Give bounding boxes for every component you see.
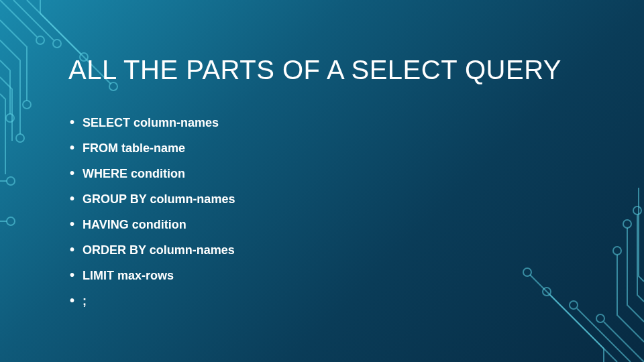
circuit-decoration-left: [0, 174, 27, 308]
svg-point-16: [633, 206, 641, 215]
bullet-icon: •: [70, 217, 74, 231]
list-item: • WHERE condition: [70, 166, 235, 181]
bullet-icon: •: [70, 268, 74, 282]
svg-point-12: [570, 301, 578, 309]
bullet-icon: •: [70, 192, 74, 205]
svg-point-3: [23, 101, 31, 109]
list-item: • ;: [70, 294, 235, 308]
svg-point-13: [543, 288, 551, 296]
list-item: • FROM table-name: [70, 141, 235, 156]
slide: ALL THE PARTS OF A SELECT QUERY • SELECT…: [0, 0, 644, 362]
svg-point-0: [36, 36, 44, 44]
bullet-list: • SELECT column-names • FROM table-name …: [70, 115, 235, 319]
bullet-text: SELECT column-names: [83, 115, 219, 130]
bullet-text: FROM table-name: [83, 141, 185, 156]
list-item: • HAVING condition: [70, 217, 235, 232]
svg-point-8: [7, 177, 15, 185]
svg-point-4: [16, 134, 24, 142]
list-item: • ORDER BY column-names: [70, 243, 235, 257]
bullet-text: GROUP BY column-names: [83, 192, 235, 206]
bullet-icon: •: [70, 115, 74, 129]
svg-point-5: [6, 114, 14, 122]
svg-point-1: [53, 40, 61, 48]
svg-point-15: [623, 220, 631, 228]
svg-point-17: [523, 268, 531, 276]
list-item: • SELECT column-names: [70, 115, 235, 130]
svg-point-11: [596, 314, 604, 322]
svg-point-10: [7, 217, 15, 225]
bullet-text: WHERE condition: [83, 166, 185, 181]
bullet-icon: •: [70, 294, 74, 307]
bullet-icon: •: [70, 166, 74, 180]
svg-point-14: [613, 247, 621, 255]
bullet-text: HAVING condition: [83, 217, 186, 232]
bullet-text: ORDER BY column-names: [83, 243, 235, 257]
bullet-icon: •: [70, 141, 74, 154]
circuit-decoration-bottom-right: [443, 188, 644, 362]
slide-title: ALL THE PARTS OF A SELECT QUERY: [68, 55, 561, 85]
bullet-text: LIMIT max-rows: [83, 268, 174, 283]
list-item: • LIMIT max-rows: [70, 268, 235, 283]
bullet-text: ;: [83, 294, 87, 308]
bullet-icon: •: [70, 243, 74, 256]
list-item: • GROUP BY column-names: [70, 192, 235, 206]
